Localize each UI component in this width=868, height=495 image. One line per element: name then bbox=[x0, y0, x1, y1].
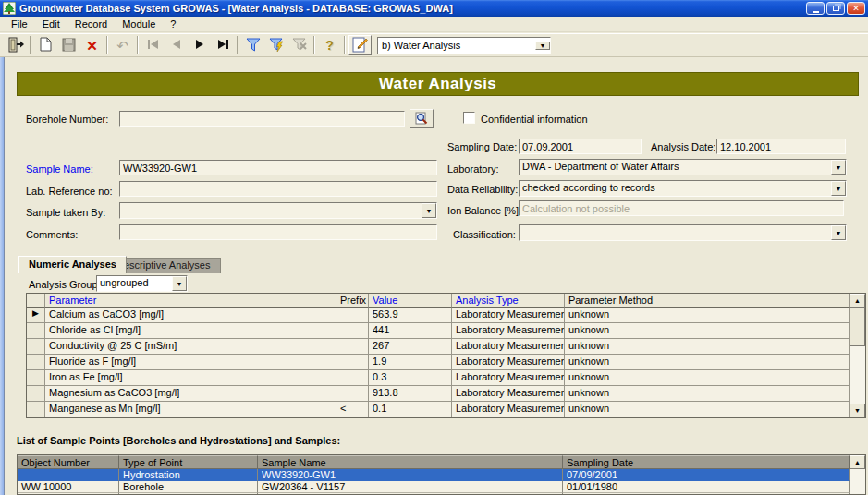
chevron-down-icon[interactable]: ▼ bbox=[172, 276, 187, 291]
table-row[interactable]: Manganese as Mn [mg/l] < 0.1 Laboratory … bbox=[27, 402, 850, 417]
cell-parameter: Iron as Fe [mg/l] bbox=[45, 370, 336, 386]
next-record-button[interactable] bbox=[188, 35, 211, 55]
tab-numeric-analyses[interactable]: Numeric Analyses bbox=[18, 256, 127, 273]
sampling-date-label: Sampling Date: bbox=[447, 141, 517, 152]
minimize-button[interactable] bbox=[806, 2, 825, 15]
filter-by-selection-button[interactable] bbox=[264, 35, 287, 55]
scroll-up-button[interactable]: ▲ bbox=[850, 455, 865, 469]
confidential-label: Confidential information bbox=[481, 114, 588, 125]
analysis-group-select[interactable]: ungrouped ▼ bbox=[96, 275, 188, 292]
table-row[interactable]: Magnesium as CaCO3 [mg/l] 913.8 Laborato… bbox=[27, 386, 850, 402]
cell-parameter: Chloride as Cl [mg/l] bbox=[45, 323, 336, 339]
cell-prefix bbox=[336, 355, 369, 370]
module-select[interactable]: b) Water Analysis ▼ bbox=[377, 37, 551, 54]
row-marker bbox=[27, 339, 45, 355]
cell-parameter: Manganese as Mn [mg/l] bbox=[45, 402, 336, 417]
menu-file[interactable]: File bbox=[4, 18, 35, 30]
column-header-value[interactable]: Value bbox=[369, 294, 452, 308]
first-record-icon bbox=[147, 39, 160, 52]
column-header-parameter[interactable]: Parameter bbox=[45, 294, 336, 308]
first-record-button[interactable] bbox=[141, 35, 165, 55]
cell-analysis-type: Laboratory Measurement bbox=[452, 339, 565, 355]
chevron-down-icon[interactable]: ▼ bbox=[535, 42, 550, 50]
help-button[interactable]: ? bbox=[318, 35, 341, 55]
cell-prefix bbox=[336, 339, 369, 355]
filter-button[interactable] bbox=[241, 35, 264, 55]
row-marker bbox=[27, 402, 45, 417]
cell-parameter: Fluoride as F [mg/l] bbox=[45, 355, 336, 370]
analysis-date-input[interactable] bbox=[716, 139, 846, 154]
column-header-type-of-point[interactable]: Type of Point bbox=[119, 455, 258, 469]
list-item[interactable]: Hydrostation WW33920-GW1 07/09/2001 bbox=[18, 469, 850, 481]
borehole-search-button[interactable] bbox=[410, 109, 434, 128]
column-header-prefix[interactable]: Prefix bbox=[336, 294, 369, 308]
new-record-button[interactable] bbox=[34, 35, 57, 55]
close-button[interactable]: ✕ bbox=[847, 2, 865, 15]
laboratory-select[interactable]: DWA - Department of Water Affairs ▼ bbox=[519, 159, 847, 175]
last-record-button[interactable] bbox=[211, 35, 234, 55]
previous-record-icon bbox=[171, 39, 182, 52]
edit-mode-button[interactable] bbox=[348, 35, 372, 55]
sample-name-input[interactable] bbox=[119, 160, 437, 175]
table-row[interactable]: Conductivity @ 25 C [mS/m] 267 Laborator… bbox=[27, 339, 850, 355]
sampling-date-input[interactable] bbox=[519, 139, 642, 154]
menu-help[interactable]: ? bbox=[163, 18, 183, 30]
undo-button[interactable]: ↶ bbox=[111, 35, 134, 55]
table-row[interactable]: Chloride as Cl [mg/l] 441 Laboratory Mea… bbox=[27, 323, 850, 339]
row-marker bbox=[27, 386, 45, 402]
title-bar: Groundwater Database System GROWAS - [Wa… bbox=[0, 0, 868, 17]
chevron-down-icon[interactable]: ▼ bbox=[831, 225, 846, 240]
lab-reference-input[interactable] bbox=[119, 181, 437, 197]
row-marker: ▶ bbox=[27, 308, 45, 323]
exit-door-icon bbox=[7, 37, 24, 54]
vertical-scrollbar[interactable] bbox=[850, 469, 865, 495]
menu-edit[interactable]: Edit bbox=[35, 18, 67, 30]
comments-input[interactable] bbox=[119, 224, 437, 240]
table-row[interactable]: Fluoride as F [mg/l] 1.9 Laboratory Meas… bbox=[27, 355, 850, 370]
table-row[interactable]: ▶ Calcium as CaCO3 [mg/l] 563.9 Laborato… bbox=[27, 308, 850, 323]
sample-taken-by-value bbox=[120, 203, 422, 218]
confidential-checkbox[interactable] bbox=[463, 112, 475, 124]
scroll-down-button[interactable]: ▼ bbox=[850, 404, 865, 417]
scroll-up-button[interactable]: ▲ bbox=[850, 294, 865, 308]
remove-filter-button[interactable] bbox=[287, 35, 311, 55]
delete-record-button[interactable]: ✕ bbox=[80, 35, 104, 55]
cell-value: 563.9 bbox=[369, 308, 452, 323]
table-row[interactable]: Iron as Fe [mg/l] 0.3 Laboratory Measure… bbox=[27, 370, 850, 386]
classification-select[interactable]: ▼ bbox=[519, 224, 847, 241]
search-icon bbox=[415, 112, 428, 127]
cell-parameter-method: unknown bbox=[565, 355, 850, 370]
chevron-down-icon[interactable]: ▼ bbox=[831, 181, 846, 196]
restore-button[interactable] bbox=[826, 2, 845, 15]
row-marker bbox=[27, 370, 45, 386]
sample-taken-by-select[interactable]: ▼ bbox=[119, 202, 437, 219]
data-reliability-select[interactable]: checked according to records ▼ bbox=[519, 180, 847, 197]
chevron-down-icon[interactable]: ▼ bbox=[831, 160, 846, 175]
previous-record-button[interactable] bbox=[165, 35, 188, 55]
save-button[interactable] bbox=[57, 35, 80, 55]
menu-module[interactable]: Module bbox=[115, 18, 163, 30]
column-header-sampling-date[interactable]: Sampling Date bbox=[563, 455, 850, 469]
ion-balance-input bbox=[519, 200, 844, 216]
analysis-group-value: ungrouped bbox=[97, 276, 172, 291]
column-header-analysis-type[interactable]: Analysis Type bbox=[452, 294, 565, 308]
borehole-number-input[interactable] bbox=[119, 111, 405, 127]
question-mark-icon: ? bbox=[325, 38, 334, 53]
menu-record[interactable]: Record bbox=[67, 18, 115, 30]
column-header-object-number[interactable]: Object Number bbox=[18, 455, 119, 469]
scrollbar-track[interactable] bbox=[850, 469, 865, 495]
cell-prefix bbox=[336, 370, 369, 386]
list-item[interactable]: WW 10000 Borehole GW20364 - V1157 01/01/… bbox=[18, 481, 850, 493]
menu-bar: File Edit Record Module ? bbox=[0, 17, 868, 32]
scrollbar-thumb[interactable] bbox=[850, 308, 865, 346]
scrollbar-track[interactable] bbox=[850, 308, 865, 404]
exit-button[interactable] bbox=[4, 35, 27, 55]
vertical-scrollbar[interactable]: ▼ bbox=[850, 308, 865, 417]
chevron-down-icon[interactable]: ▼ bbox=[422, 203, 436, 218]
column-header-parameter-method[interactable]: Parameter Method bbox=[565, 294, 850, 308]
cell-parameter-method: unknown bbox=[565, 308, 850, 323]
sample-taken-by-label: Sample taken By: bbox=[26, 207, 105, 218]
toolbar-separator bbox=[313, 36, 315, 54]
column-header-sample-name[interactable]: Sample Name bbox=[258, 455, 563, 469]
analysis-group-label: Analysis Group: bbox=[29, 279, 101, 290]
